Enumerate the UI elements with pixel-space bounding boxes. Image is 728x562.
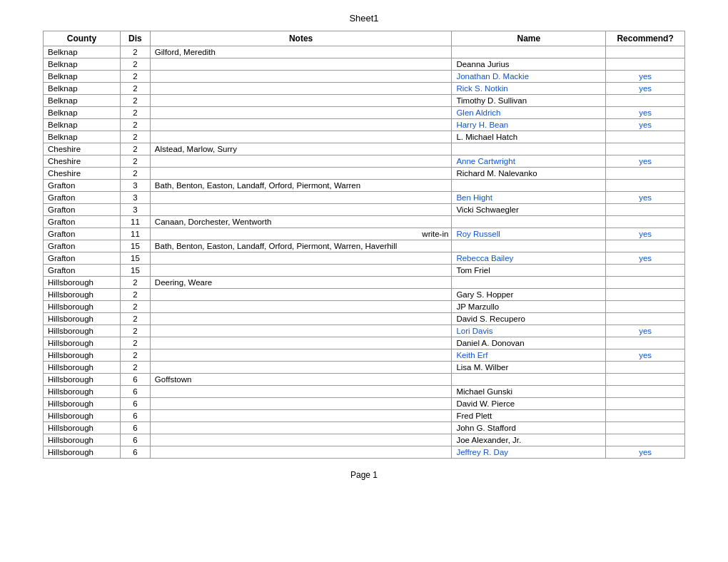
cell-notes [150,192,452,204]
cell-name: Michael Gunski [452,386,606,398]
cell-dis: 2 [120,71,150,83]
cell-county: Belknap [44,119,121,131]
col-header-name: Name [452,31,606,46]
cell-dis: 6 [120,398,150,410]
cell-name: David S. Recupero [452,313,606,325]
cell-dis: 2 [120,362,150,374]
cell-county: Grafton [44,265,121,277]
cell-name: Rebecca Bailey [452,252,606,265]
cell-notes [150,252,452,265]
cell-notes [150,58,452,71]
cell-notes [150,446,452,459]
table-row: Belknap2Rick S. Notkinyes [44,83,685,95]
cell-recommend [606,313,685,325]
cell-county: Belknap [44,71,121,83]
cell-name [452,240,606,252]
table-row: Grafton3Ben Hightyes [44,192,685,204]
cell-dis: 11 [120,228,150,240]
cell-recommend [606,240,685,252]
table-row: Grafton11Canaan, Dorchester, Wentworth [44,216,685,228]
cell-name [452,46,606,58]
cell-recommend [606,434,685,446]
cell-name: Rick S. Notkin [452,83,606,95]
cell-dis: 6 [120,386,150,398]
cell-name: Jeffrey R. Day [452,446,606,459]
cell-county: Belknap [44,58,121,71]
table-container: County Dis Notes Name Recommend? Belknap… [0,31,728,459]
cell-county: Belknap [44,131,121,143]
cell-name [452,216,606,228]
cell-dis: 2 [120,325,150,337]
page-title: Sheet1 [0,0,728,31]
cell-notes [150,131,452,143]
cell-county: Cheshire [44,155,121,168]
cell-recommend [606,289,685,301]
cell-notes [150,95,452,107]
cell-dis: 6 [120,446,150,459]
cell-recommend: yes [606,83,685,95]
cell-name: Roy Russell [452,228,606,240]
table-row: Grafton3Vicki Schwaegler [44,204,685,216]
cell-dis: 2 [120,107,150,119]
cell-county: Belknap [44,46,121,58]
cell-recommend [606,386,685,398]
cell-notes [150,107,452,119]
cell-dis: 2 [120,289,150,301]
table-row: Cheshire2Richard M. Nalevanko [44,168,685,180]
page-footer: Page 1 [0,459,728,491]
table-row: Grafton11write-inRoy Russellyes [44,228,685,240]
cell-dis: 6 [120,410,150,422]
table-row: Hillsborough6Michael Gunski [44,386,685,398]
cell-name: Anne Cartwright [452,155,606,168]
cell-name: Daniel A. Donovan [452,337,606,349]
cell-recommend [606,58,685,71]
cell-name: Glen Aldrich [452,107,606,119]
cell-notes [150,410,452,422]
cell-notes [150,422,452,434]
cell-name: Deanna Jurius [452,58,606,71]
cell-notes [150,313,452,325]
table-row: Hillsborough2Lisa M. Wilber [44,362,685,374]
table-row: Cheshire2Anne Cartwrightyes [44,155,685,168]
cell-recommend: yes [606,71,685,83]
cell-notes [150,155,452,168]
table-row: Hillsborough2Daniel A. Donovan [44,337,685,349]
cell-dis: 6 [120,434,150,446]
table-row: Belknap2L. Michael Hatch [44,131,685,143]
cell-name: Vicki Schwaegler [452,204,606,216]
cell-notes [150,265,452,277]
cell-recommend [606,216,685,228]
cell-county: Hillsborough [44,446,121,459]
cell-recommend: yes [606,107,685,119]
cell-recommend [606,277,685,289]
cell-name: Keith Erf [452,349,606,362]
cell-name: Gary S. Hopper [452,289,606,301]
cell-dis: 3 [120,180,150,192]
cell-county: Grafton [44,180,121,192]
cell-recommend: yes [606,325,685,337]
cell-notes: Alstead, Marlow, Surry [150,143,452,155]
cell-county: Cheshire [44,143,121,155]
cell-notes [150,337,452,349]
cell-county: Hillsborough [44,374,121,386]
table-row: Grafton3Bath, Benton, Easton, Landaff, O… [44,180,685,192]
table-row: Belknap2Harry H. Beanyes [44,119,685,131]
col-header-notes: Notes [150,31,452,46]
cell-dis: 2 [120,143,150,155]
cell-recommend [606,204,685,216]
table-row: Hillsborough6Goffstown [44,374,685,386]
cell-recommend [606,362,685,374]
cell-dis: 2 [120,95,150,107]
cell-dis: 2 [120,313,150,325]
cell-recommend [606,265,685,277]
cell-dis: 6 [120,422,150,434]
cell-name [452,374,606,386]
table-row: Hillsborough2Gary S. Hopper [44,289,685,301]
cell-county: Grafton [44,240,121,252]
cell-name: David W. Pierce [452,398,606,410]
cell-name: Jonathan D. Mackie [452,71,606,83]
cell-recommend [606,301,685,313]
cell-name [452,143,606,155]
cell-county: Hillsborough [44,337,121,349]
cell-name: John G. Stafford [452,422,606,434]
